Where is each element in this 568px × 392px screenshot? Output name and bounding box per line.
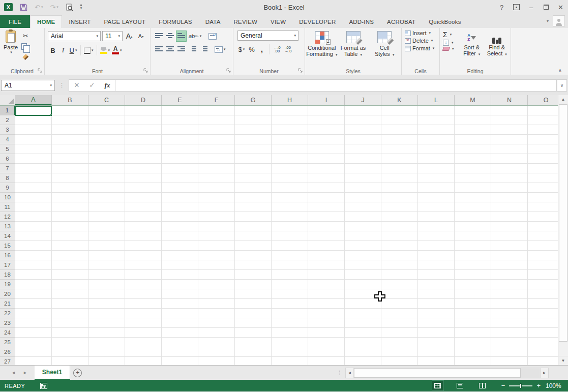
sort-filter-button[interactable]: AZ Sort &Filter ▾ (459, 29, 485, 67)
row-cells-17[interactable] (15, 260, 558, 270)
row-cells-7[interactable] (15, 164, 558, 173)
zoom-slider-thumb[interactable] (520, 383, 522, 388)
row-cells-20[interactable] (15, 289, 558, 299)
row-header-7[interactable]: 7 (0, 164, 15, 173)
row-cells-18[interactable] (15, 270, 558, 280)
scroll-down-button[interactable]: ▼ (558, 356, 568, 365)
column-header-c[interactable]: C (88, 95, 125, 105)
format-painter-button[interactable] (20, 53, 31, 61)
clipboard-dialog-launcher[interactable] (38, 68, 43, 73)
zoom-level[interactable]: 100% (546, 382, 568, 389)
align-left-button[interactable] (154, 44, 164, 55)
enter-entry-button[interactable]: ✓ (84, 81, 100, 89)
vertical-scrollbar[interactable]: ▲ ▼ (558, 95, 568, 365)
ribbon-tab-quickbooks[interactable]: QuickBooks (422, 15, 467, 28)
copy-button[interactable]: ▾ (20, 42, 31, 50)
scroll-up-button[interactable]: ▲ (558, 95, 568, 104)
name-box[interactable]: A1 ▾ (1, 80, 55, 91)
row-header-9[interactable]: 9 (0, 183, 15, 193)
wrap-text-button[interactable] (207, 31, 218, 42)
cancel-entry-button[interactable]: ✕ (69, 81, 84, 89)
ribbon-tab-insert[interactable]: INSERT (62, 15, 97, 28)
column-header-m[interactable]: M (455, 95, 491, 105)
decrease-decimal-button[interactable]: .00→.0 (285, 46, 292, 53)
top-align-button[interactable] (154, 31, 164, 42)
row-cells-10[interactable] (15, 193, 558, 202)
number-format-combo[interactable]: General▾ (237, 31, 298, 41)
row-header-19[interactable]: 19 (0, 280, 15, 289)
new-sheet-button[interactable]: + (70, 366, 85, 380)
paste-button[interactable]: Paste ▾ (1, 29, 20, 67)
row-header-10[interactable]: 10 (0, 193, 15, 202)
row-cells-14[interactable] (15, 231, 558, 241)
ribbon-tab-review[interactable]: REVIEW (227, 15, 264, 28)
page-break-view-button[interactable] (477, 381, 488, 390)
row-header-23[interactable]: 23 (0, 318, 15, 328)
middle-align-button[interactable] (165, 31, 175, 42)
customize-qat-button[interactable]: ▾ (80, 5, 82, 10)
horizontal-scroll-track[interactable] (354, 368, 540, 378)
scroll-left-button[interactable]: ◄ (345, 368, 354, 378)
orientation-button[interactable]: ab✎▾ (188, 31, 202, 42)
collapse-ribbon-button[interactable]: ∧ (558, 68, 562, 73)
insert-cells-button[interactable]: Insert▾ (405, 30, 438, 36)
sheet-nav-left-button[interactable]: ◄ (11, 370, 16, 375)
maximize-button[interactable] (539, 0, 553, 14)
row-header-22[interactable]: 22 (0, 309, 15, 318)
row-header-20[interactable]: 20 (0, 289, 15, 299)
column-header-n[interactable]: N (491, 95, 528, 105)
row-header-12[interactable]: 12 (0, 212, 15, 222)
row-cells-13[interactable] (15, 222, 558, 231)
row-header-4[interactable]: 4 (0, 135, 15, 144)
row-cells-1[interactable] (15, 106, 558, 115)
sheet-tab-sheet1[interactable]: Sheet1 (35, 366, 70, 380)
row-cells-5[interactable] (15, 144, 558, 154)
row-cells-3[interactable] (15, 125, 558, 135)
name-box-dropdown-icon[interactable]: ▾ (50, 83, 52, 87)
delete-cells-button[interactable]: Delete▾ (405, 38, 438, 44)
row-cells-8[interactable] (15, 173, 558, 183)
row-header-13[interactable]: 13 (0, 222, 15, 231)
row-cells-27[interactable] (15, 357, 558, 365)
conditional-formatting-button[interactable]: ≠ ConditionalFormatting ▾ (306, 29, 338, 67)
row-header-26[interactable]: 26 (0, 347, 15, 357)
normal-view-button[interactable] (432, 381, 443, 390)
selected-cell-a1[interactable] (15, 106, 52, 116)
ribbon-tab-view[interactable]: VIEW (264, 15, 292, 28)
row-header-5[interactable]: 5 (0, 144, 15, 154)
decrease-indent-button[interactable] (187, 44, 197, 55)
row-cells-9[interactable] (15, 183, 558, 193)
font-dialog-launcher[interactable] (143, 68, 148, 73)
accounting-format-button[interactable]: $▾ (236, 44, 247, 55)
percent-style-button[interactable]: % (247, 44, 257, 55)
row-cells-11[interactable] (15, 202, 558, 212)
horizontal-scroll-thumb[interactable] (354, 368, 521, 378)
row-cells-15[interactable] (15, 241, 558, 251)
clear-button[interactable]: ▾ (443, 47, 459, 51)
font-size-combo[interactable]: 11▾ (102, 31, 123, 41)
fill-handle[interactable] (50, 114, 52, 116)
undo-button[interactable]: ↶▾ (35, 4, 43, 11)
row-header-24[interactable]: 24 (0, 328, 15, 338)
bold-button[interactable]: B (48, 45, 58, 56)
redo-button[interactable]: ↷▾ (50, 4, 58, 11)
ribbon-tab-acrobat[interactable]: ACROBAT (380, 15, 422, 28)
row-cells-26[interactable] (15, 347, 558, 357)
fill-color-button[interactable]: ▾ (99, 45, 111, 56)
ribbon-tab-home[interactable]: HOME (30, 15, 62, 28)
row-cells-2[interactable] (15, 115, 558, 125)
column-header-j[interactable]: J (345, 95, 381, 105)
row-cells-22[interactable] (15, 309, 558, 318)
italic-button[interactable]: I (58, 45, 68, 56)
row-header-27[interactable]: 27 (0, 357, 15, 365)
row-header-1[interactable]: 1 (0, 106, 15, 115)
column-header-l[interactable]: L (418, 95, 455, 105)
column-header-i[interactable]: I (308, 95, 345, 105)
alignment-dialog-launcher[interactable] (226, 68, 231, 73)
undo-dropdown-icon[interactable]: ▾ (41, 5, 43, 9)
column-header-b[interactable]: B (52, 95, 88, 105)
row-header-14[interactable]: 14 (0, 231, 15, 241)
insert-function-button[interactable]: fx (100, 81, 115, 89)
formula-input[interactable] (115, 79, 557, 92)
zoom-slider[interactable] (509, 385, 532, 386)
